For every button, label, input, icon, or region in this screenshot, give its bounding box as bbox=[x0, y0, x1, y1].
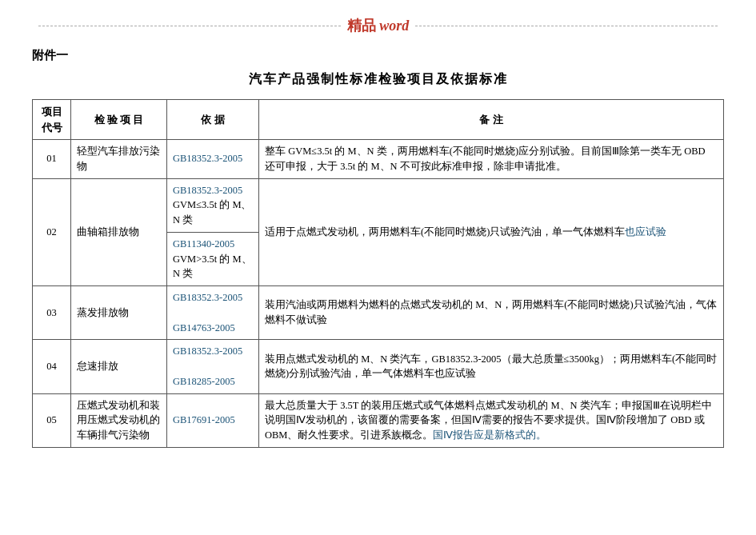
row-basis-02b: GB11340-2005 GVM>3.5t 的 M、N 类 bbox=[167, 232, 259, 285]
basis-link-01: GB18352.3-2005 bbox=[173, 153, 242, 164]
row-basis-02a: GB18352.3-2005 GVM≤3.5t 的 M、N 类 bbox=[167, 178, 259, 232]
row-basis-05: GB17691-2005 bbox=[167, 393, 259, 447]
col-header-item: 检 验 项 目 bbox=[71, 100, 167, 140]
header-line-right bbox=[415, 26, 718, 26]
row-note-01: 整车 GVM≤3.5t 的 M、N 类，两用燃料车(不能同时燃烧)应分别试验。目… bbox=[259, 140, 724, 179]
row-basis-01: GB18352.3-2005 bbox=[167, 140, 259, 179]
header-banner: 精品 word bbox=[32, 16, 724, 35]
row-basis-04: GB18352.3-2005 GB18285-2005 bbox=[167, 340, 259, 393]
row-code-04: 04 bbox=[33, 340, 71, 393]
row-code-03: 03 bbox=[33, 286, 71, 340]
row-basis-03: GB18352.3-2005 GB14763-2005 bbox=[167, 286, 259, 340]
col-header-note: 备 注 bbox=[259, 100, 724, 140]
header-line-left bbox=[38, 26, 341, 26]
table-header-row: 项目 代号 检 验 项 目 依 据 备 注 bbox=[33, 100, 724, 140]
row-item-01: 轻型汽车排放污染物 bbox=[71, 140, 167, 179]
row-item-02: 曲轴箱排放物 bbox=[71, 178, 167, 286]
row-note-02: 适用于点燃式发动机，两用燃料车(不能同时燃烧)只试验汽油，单一气体燃料车也应试验 bbox=[259, 178, 724, 286]
row-item-05: 压燃式发动机和装用压燃式发动机的车辆排气污染物 bbox=[71, 393, 167, 447]
row-code-01: 01 bbox=[33, 140, 71, 179]
row-code-05: 05 bbox=[33, 393, 71, 447]
row-item-03: 蒸发排放物 bbox=[71, 286, 167, 340]
table-row: 03 蒸发排放物 GB18352.3-2005 GB14763-2005 装用汽… bbox=[33, 286, 724, 340]
page-title: 汽车产品强制性标准检验项目及依据标准 bbox=[32, 71, 724, 88]
table-row: 01 轻型汽车排放污染物 GB18352.3-2005 整车 GVM≤3.5t … bbox=[33, 140, 724, 179]
main-table: 项目 代号 检 验 项 目 依 据 备 注 01 轻型汽车排放污染物 GB183… bbox=[32, 99, 724, 448]
table-row: 04 怠速排放 GB18352.3-2005 GB18285-2005 装用点燃… bbox=[33, 340, 724, 393]
col-header-basis: 依 据 bbox=[167, 100, 259, 140]
col-header-code: 项目 代号 bbox=[33, 100, 71, 140]
section-label: 附件一 bbox=[32, 48, 724, 63]
header-text: 精品 word bbox=[347, 16, 410, 35]
row-item-04: 怠速排放 bbox=[71, 340, 167, 393]
row-note-04: 装用点燃式发动机的 M、N 类汽车，GB18352.3-2005（最大总质量≤3… bbox=[259, 340, 724, 393]
table-row: 05 压燃式发动机和装用压燃式发动机的车辆排气污染物 GB17691-2005 … bbox=[33, 393, 724, 447]
row-note-03: 装用汽油或两用燃料为燃料的点燃式发动机的 M、N，两用燃料车(不能同时燃烧)只试… bbox=[259, 286, 724, 340]
word-en: word bbox=[379, 18, 409, 34]
row-note-05: 最大总质量大于 3.5T 的装用压燃式或气体燃料点燃式发动机的 M、N 类汽车；… bbox=[259, 393, 724, 447]
table-row: 02 曲轴箱排放物 GB18352.3-2005 GVM≤3.5t 的 M、N … bbox=[33, 178, 724, 232]
row-code-02: 02 bbox=[33, 178, 71, 286]
